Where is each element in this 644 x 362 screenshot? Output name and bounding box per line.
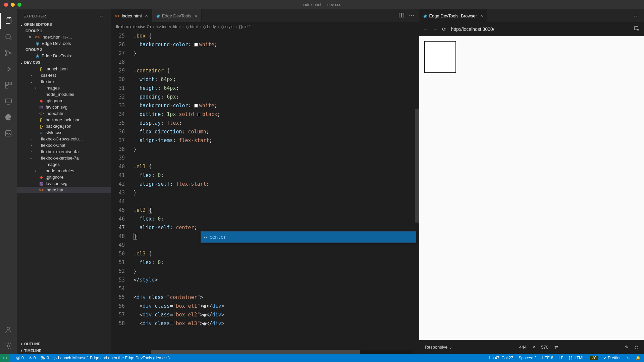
extensions-icon[interactable] [0,77,16,93]
explorer-icon[interactable] [0,13,16,29]
close-icon[interactable] [4,3,8,7]
tree-item[interactable]: {}package-lock.json [17,117,111,123]
status-prettier[interactable]: ✓ Prettier [603,356,621,360]
gear-icon[interactable] [0,338,16,354]
code-line[interactable]: flex-direction: column; [133,127,419,136]
code-line[interactable] [133,154,419,162]
browser-reload-icon[interactable]: ⟳ [442,26,446,32]
status-errors[interactable]: ⓧ 0 [16,355,24,361]
run-debug-icon[interactable] [0,61,16,77]
tab[interactable]: ◉Edge DevTools: Browser× [419,9,487,22]
code-line[interactable]: .el1 { [133,162,419,171]
code-line[interactable]: outline: 1px solid black; [133,110,419,119]
section-project[interactable]: ⌄DEV-CSS [17,59,111,66]
tree-item[interactable]: ◆.gitignore [17,174,111,180]
split-editor-icon[interactable] [399,12,404,19]
close-icon[interactable]: × [480,13,483,18]
autocomplete-popup[interactable]: ▭ center [201,231,416,243]
browser-back-icon[interactable]: ← [423,26,428,32]
section-timeline[interactable]: ›TIMELINE [17,347,111,354]
status-spaces[interactable]: Spaces: 2 [519,356,536,360]
code-line[interactable]: } [133,188,419,197]
code-line[interactable]: flex: 0; [133,215,419,223]
open-editor-item[interactable]: ◉Edge DevTools [17,40,111,47]
rotate-icon[interactable]: ⇄ [554,345,558,350]
target-icon[interactable]: ◎ [635,345,638,350]
code-line[interactable]: flex: 0; [133,258,419,267]
status-port[interactable]: 📡 0 [40,356,49,360]
section-outline[interactable]: ›OUTLINE [17,341,111,347]
tree-item[interactable]: ›flexbox-exercise-4a [17,148,111,155]
close-icon[interactable]: × [195,13,197,18]
explorer-more-icon[interactable]: ⋯ [100,13,105,19]
code-line[interactable]: .box { [133,32,419,40]
tree-item[interactable]: ›images [17,85,111,91]
code-line[interactable]: flex: 0; [133,171,419,180]
close-icon[interactable]: × [145,13,148,18]
tree-item[interactable]: ›images [17,161,111,168]
code-line[interactable]: align-self: flex-start; [133,180,419,188]
device-select[interactable]: Responsive ⌄ [425,345,452,350]
source-control-icon[interactable] [0,45,16,61]
minimize-icon[interactable] [11,3,15,7]
section-open-editors[interactable]: ⌄OPEN EDITORS [17,21,111,28]
code-line[interactable]: } [133,267,419,276]
device-height[interactable]: 570 [541,345,548,350]
browser-more-icon[interactable]: ⋯ [634,13,639,19]
status-go-live[interactable]: 🗲 [590,356,598,360]
status-launch-hint[interactable]: ▷ Launch Microsoft Edge and open the Edg… [54,356,170,360]
code-line[interactable] [133,197,419,206]
code-line[interactable]: background-color: white; [133,101,419,110]
open-editor-item[interactable]: ×<>index.htmlflex… [17,34,111,40]
tree-item[interactable]: {}launch.json [17,66,111,72]
search-icon[interactable] [0,29,16,45]
code-line[interactable]: .el3 { [133,249,419,258]
tree-item[interactable]: <>index.html [17,187,111,193]
account-icon[interactable] [0,322,16,338]
tree-item[interactable]: ⌄flexbox [17,78,111,85]
breadcrumbs[interactable]: flexbox-exercise-7a›<> index.html›◇ html… [111,22,419,32]
code-line[interactable]: align-self: center; [133,223,419,232]
browser-url[interactable]: http://localhost:3000/ [451,26,630,32]
status-language[interactable]: { } HTML [569,356,584,360]
status-warnings[interactable]: ⚠ 0 [29,356,36,360]
code-line[interactable]: <div class="container"> [133,293,419,302]
open-editor-item[interactable]: ◉Edge DevTools:… [17,53,111,59]
edge-icon[interactable] [0,109,16,125]
breadcrumb-item[interactable]: ⸨⸩ .el2 [239,24,251,29]
code-line[interactable]: height: 64px; [133,84,419,93]
status-cursor[interactable]: Ln 47, Col 27 [489,356,513,360]
breadcrumb-item[interactable]: ◇ html [186,24,198,29]
status-bell-icon[interactable]: 🔔 [636,356,641,360]
browser-forward-icon[interactable]: → [433,26,437,32]
tree-item[interactable]: ◆.gitignore [17,98,111,104]
code-line[interactable]: .container { [133,66,419,75]
close-icon[interactable]: × [29,35,34,40]
code-line[interactable]: <div class="box el3">●</div> [133,319,419,328]
remote-indicator[interactable] [0,354,10,362]
breadcrumb-item[interactable]: flexbox-exercise-7a [116,24,151,29]
horizontal-scrollbar[interactable] [151,350,412,354]
editor-more-icon[interactable]: ⋯ [409,12,414,19]
minimap-scrollbar[interactable] [415,109,419,223]
status-encoding[interactable]: UTF-8 [542,356,553,360]
tree-item[interactable]: {}package.json [17,123,111,129]
tab[interactable]: <>index.html× [111,9,152,22]
tree-item[interactable]: ›node_modules [17,91,111,98]
breadcrumb-item[interactable]: <> index.html [156,24,180,29]
code-line[interactable]: .el2 { [133,206,419,215]
code-line[interactable] [133,284,419,293]
code-line[interactable]: width: 64px; [133,75,419,84]
code-line[interactable]: <div class="box el1">●</div> [133,302,419,310]
code-line[interactable]: display: flex; [133,119,419,127]
code-line[interactable]: </style> [133,276,419,284]
code-line[interactable]: align-items: flex-start; [133,136,419,145]
tree-item[interactable]: ▧favicon.svg [17,104,111,110]
tree-item[interactable]: ›node_modules [17,168,111,174]
tree-item[interactable]: ›css-test [17,72,111,78]
gallery-icon[interactable] [0,125,16,141]
tree-item[interactable]: ⌄flexbox-exercise-7a [17,155,111,161]
device-width[interactable]: 444 [519,345,527,350]
code-line[interactable] [133,58,419,66]
tree-item[interactable]: ›flexbox-Chat [17,142,111,148]
